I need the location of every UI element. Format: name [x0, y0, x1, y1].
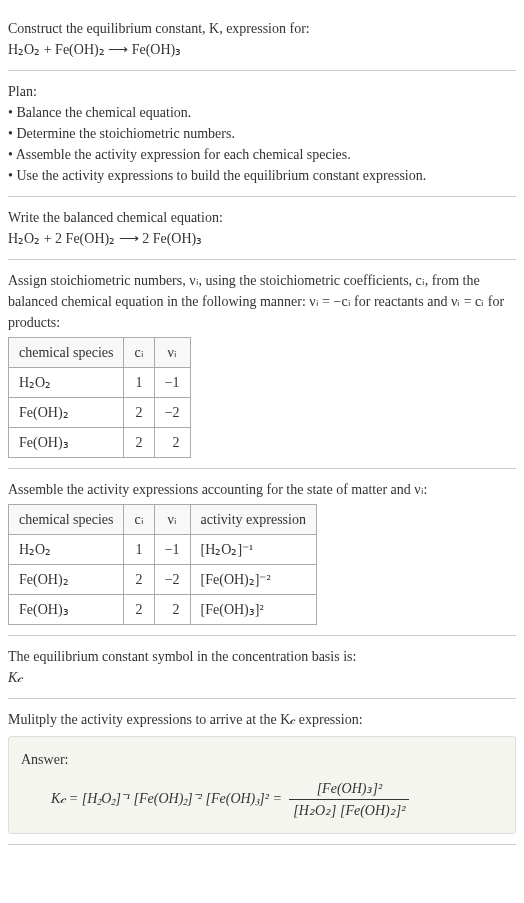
balanced-section: Write the balanced chemical equation: H₂… [8, 197, 516, 260]
cell-ci: 2 [124, 398, 154, 428]
col-species: chemical species [9, 505, 124, 535]
col-expr: activity expression [190, 505, 316, 535]
plan-section: Plan: Balance the chemical equation. Det… [8, 71, 516, 197]
cell-species: H₂O₂ [9, 535, 124, 565]
symbol-kc: K𝒸 [8, 667, 516, 688]
col-vi: νᵢ [154, 338, 190, 368]
table-row: Fe(OH)₃ 2 2 [9, 428, 191, 458]
cell-vi: −1 [154, 535, 190, 565]
table-row: Fe(OH)₂ 2 −2 [Fe(OH)₂]⁻² [9, 565, 317, 595]
answer-formula: K𝒸 = [H₂O₂]⁻¹ [Fe(OH)₂]⁻² [Fe(OH)₃]² = [… [51, 778, 503, 821]
cell-vi: 2 [154, 428, 190, 458]
stoich-table: chemical species cᵢ νᵢ H₂O₂ 1 −1 Fe(OH)₂… [8, 337, 191, 458]
kc-numerator: [Fe(OH)₃]² [289, 778, 409, 800]
table-row: Fe(OH)₂ 2 −2 [9, 398, 191, 428]
table-header-row: chemical species cᵢ νᵢ activity expressi… [9, 505, 317, 535]
col-ci: cᵢ [124, 505, 154, 535]
col-ci: cᵢ [124, 338, 154, 368]
table-header-row: chemical species cᵢ νᵢ [9, 338, 191, 368]
table-row: H₂O₂ 1 −1 [9, 368, 191, 398]
kc-fraction: [Fe(OH)₃]² [H₂O₂] [Fe(OH)₂]² [289, 778, 409, 821]
kc-denominator: [H₂O₂] [Fe(OH)₂]² [289, 800, 409, 821]
balanced-title: Write the balanced chemical equation: [8, 207, 516, 228]
col-vi: νᵢ [154, 505, 190, 535]
cell-vi: −2 [154, 398, 190, 428]
intro-section: Construct the equilibrium constant, K, e… [8, 8, 516, 71]
cell-ci: 2 [124, 428, 154, 458]
cell-vi: −1 [154, 368, 190, 398]
table-row: H₂O₂ 1 −1 [H₂O₂]⁻¹ [9, 535, 317, 565]
cell-vi: −2 [154, 565, 190, 595]
cell-species: H₂O₂ [9, 368, 124, 398]
activity-section: Assemble the activity expressions accoun… [8, 469, 516, 636]
plan-step: Assemble the activity expression for eac… [8, 144, 516, 165]
cell-expr: [Fe(OH)₂]⁻² [190, 565, 316, 595]
cell-species: Fe(OH)₃ [9, 428, 124, 458]
cell-species: Fe(OH)₂ [9, 398, 124, 428]
symbol-line: The equilibrium constant symbol in the c… [8, 646, 516, 667]
cell-species: Fe(OH)₂ [9, 565, 124, 595]
activity-table: chemical species cᵢ νᵢ activity expressi… [8, 504, 317, 625]
cell-ci: 1 [124, 368, 154, 398]
multiply-line: Mulitply the activity expressions to arr… [8, 709, 516, 730]
stoich-intro: Assign stoichiometric numbers, νᵢ, using… [8, 270, 516, 333]
table-row: Fe(OH)₃ 2 2 [Fe(OH)₃]² [9, 595, 317, 625]
plan-step: Balance the chemical equation. [8, 102, 516, 123]
stoich-section: Assign stoichiometric numbers, νᵢ, using… [8, 260, 516, 469]
cell-ci: 2 [124, 565, 154, 595]
cell-ci: 2 [124, 595, 154, 625]
cell-species: Fe(OH)₃ [9, 595, 124, 625]
activity-intro: Assemble the activity expressions accoun… [8, 479, 516, 500]
kc-product-text: K𝒸 = [H₂O₂]⁻¹ [Fe(OH)₂]⁻² [Fe(OH)₃]² = [51, 791, 282, 806]
plan-step: Use the activity expressions to build th… [8, 165, 516, 186]
answer-label: Answer: [21, 749, 503, 770]
cell-expr: [Fe(OH)₃]² [190, 595, 316, 625]
multiply-section: Mulitply the activity expressions to arr… [8, 699, 516, 845]
cell-expr: [H₂O₂]⁻¹ [190, 535, 316, 565]
symbol-section: The equilibrium constant symbol in the c… [8, 636, 516, 699]
cell-ci: 1 [124, 535, 154, 565]
plan-title: Plan: [8, 81, 516, 102]
plan-step: Determine the stoichiometric numbers. [8, 123, 516, 144]
cell-vi: 2 [154, 595, 190, 625]
col-species: chemical species [9, 338, 124, 368]
plan-list: Balance the chemical equation. Determine… [8, 102, 516, 186]
intro-line: Construct the equilibrium constant, K, e… [8, 18, 516, 39]
intro-equation: H₂O₂ + Fe(OH)₂ ⟶ Fe(OH)₃ [8, 39, 516, 60]
balanced-equation: H₂O₂ + 2 Fe(OH)₂ ⟶ 2 Fe(OH)₃ [8, 228, 516, 249]
answer-box: Answer: K𝒸 = [H₂O₂]⁻¹ [Fe(OH)₂]⁻² [Fe(OH… [8, 736, 516, 834]
